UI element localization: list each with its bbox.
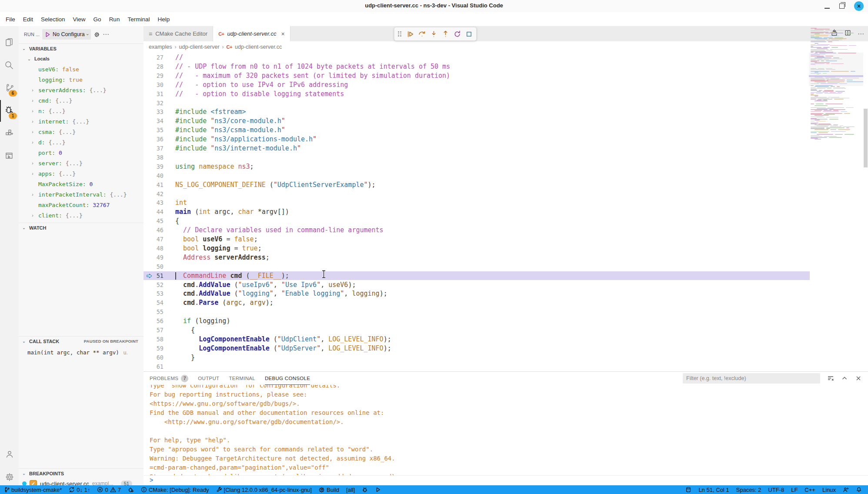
breadcrumb-item[interactable]: udp-client-server <box>179 44 220 50</box>
line-number[interactable]: 54 <box>144 298 164 307</box>
menu-item-help[interactable]: Help <box>154 13 174 25</box>
variable-row[interactable]: ›server: {...} <box>19 158 144 169</box>
code-line[interactable]: 31// - option to disable logging stateme… <box>144 90 810 99</box>
code-line[interactable]: 48 bool logging = true; <box>144 244 810 253</box>
code-line[interactable]: 58 LogComponentEnable ("UdpClient", LOG_… <box>144 335 810 344</box>
line-number[interactable]: 50 <box>144 262 164 271</box>
code-line[interactable]: 41NS_LOG_COMPONENT_DEFINE ("UdpClientSer… <box>144 180 810 190</box>
code-line[interactable]: 33#include <fstream> <box>144 107 810 117</box>
code-line[interactable]: 39using namespace ns3; <box>144 162 810 171</box>
panel-tab-problems[interactable]: PROBLEMS7 <box>150 372 188 385</box>
line-number[interactable]: 53 <box>144 289 164 298</box>
line-number[interactable]: 52 <box>144 280 164 290</box>
activity-item-source-control-icon[interactable]: 6 <box>0 77 19 99</box>
call-stack-section-header[interactable]: ⌄CALL STACKPAUSED ON BREAKPOINT <box>19 336 144 346</box>
activity-item-run-debug-icon[interactable]: 1 <box>0 100 19 122</box>
menu-item-run[interactable]: Run <box>105 13 124 25</box>
code-line[interactable]: 42 <box>144 190 810 199</box>
code-line[interactable]: 52 cmd.AddValue ("useIpv6", "Use Ipv6", … <box>144 280 810 290</box>
debug-settings-gear-icon[interactable] <box>93 31 100 38</box>
line-number[interactable]: 59 <box>144 344 164 353</box>
status-item-c-[interactable]: C++ <box>801 485 819 494</box>
code-line[interactable]: 27// <box>144 53 810 62</box>
status-item-cmake-debug-ready[interactable]: CMake: [Debug]: Ready <box>137 485 213 494</box>
code-editor[interactable]: 27//28// - UDP flow from n0 to n1 of 102… <box>144 52 868 371</box>
status-item[interactable] <box>371 485 384 494</box>
variable-row[interactable]: ›interPacketInterval: {...} <box>19 190 144 200</box>
line-number[interactable]: 56 <box>144 317 164 326</box>
variable-row[interactable]: ›internet: {...} <box>19 117 144 127</box>
restore-icon[interactable] <box>839 3 845 9</box>
stop-icon[interactable] <box>465 30 473 38</box>
line-number[interactable]: 58 <box>144 335 164 344</box>
variable-row[interactable]: port: 0 <box>19 148 144 158</box>
variables-section-header[interactable]: ⌄VARIABLES <box>19 43 144 53</box>
status-item--clang-12-0-0-x86-64-pc-linux-gnu-[interactable]: [Clang 12.0.0 x86_64-pc-linux-gnu] <box>213 485 315 494</box>
code-line[interactable]: 56 if (logging) <box>144 317 810 326</box>
panel-tab-output[interactable]: OUTPUT <box>198 372 219 385</box>
line-number[interactable]: 60 <box>144 353 164 362</box>
breadcrumb-item[interactable]: udp-client-server.cc <box>235 44 282 50</box>
variable-row[interactable]: ›client: {...} <box>19 210 144 221</box>
tab-cmake-cache-editor[interactable]: ≡CMake Cache Editor <box>144 26 213 41</box>
activity-item-account-icon[interactable] <box>0 444 19 465</box>
line-number[interactable]: 49 <box>144 253 164 262</box>
code-line[interactable]: 54 cmd.Parse (argc, argv); <box>144 298 810 307</box>
code-line[interactable]: 40 <box>144 171 810 180</box>
line-number[interactable]: 38 <box>144 153 164 162</box>
step-over-icon[interactable] <box>418 30 426 38</box>
line-number[interactable]: 34 <box>144 117 164 126</box>
code-line[interactable]: 53 cmd.AddValue ("logging", "Enable logg… <box>144 289 810 298</box>
status-item-lf[interactable]: LF <box>788 485 801 494</box>
status-item[interactable] <box>124 485 137 494</box>
line-number[interactable]: 55 <box>144 307 164 317</box>
debug-config-dropdown[interactable]: No Configura › <box>42 29 91 40</box>
variable-row[interactable]: ›d: {...} <box>19 137 144 148</box>
status-item-0-1-[interactable]: 0↓ 1↑ <box>65 485 93 494</box>
locals-scope-row[interactable]: ⌄Locals <box>19 54 144 63</box>
watch-section-header[interactable]: ⌄WATCH <box>19 223 144 232</box>
code-line[interactable]: 61 <box>144 362 810 371</box>
status-item[interactable] <box>682 485 695 494</box>
continue-icon[interactable] <box>407 30 414 38</box>
line-number[interactable]: 42 <box>144 190 164 199</box>
activity-item-search-icon[interactable] <box>0 55 19 77</box>
clear-all-icon[interactable] <box>827 375 834 382</box>
breakpoints-section-header[interactable]: ⌄BREAKPOINTS <box>19 468 144 478</box>
code-line[interactable]: 35#include "ns3/csma-module.h" <box>144 126 810 135</box>
code-line[interactable]: 51 CommandLine cmd (__FILE__); <box>144 271 810 280</box>
code-line[interactable]: 28// - UDP flow from n0 to n1 of 1024 by… <box>144 62 810 71</box>
status-item-build[interactable]: Build <box>315 485 343 494</box>
code-line[interactable]: 49 Address serverAddress; <box>144 253 810 262</box>
console-filter-input[interactable] <box>683 373 820 384</box>
status-item-ln-51-col-1[interactable]: Ln 51, Col 1 <box>695 485 732 494</box>
line-number[interactable]: 47 <box>144 235 164 244</box>
line-number[interactable]: 27 <box>144 53 164 62</box>
code-line[interactable]: 29// - maximum of 320 packets sent (or l… <box>144 71 810 80</box>
code-line[interactable]: 30// - option to use IPv4 or IPv6 addres… <box>144 80 810 90</box>
line-number[interactable]: 33 <box>144 107 164 117</box>
line-number[interactable]: 43 <box>144 198 164 207</box>
variable-row[interactable]: ›csma: {...} <box>19 127 144 137</box>
breadcrumb-item[interactable]: examples <box>149 44 172 50</box>
code-line[interactable]: 47 bool useV6 = false; <box>144 235 810 244</box>
code-line[interactable]: 45{ <box>144 217 810 226</box>
code-line[interactable]: 43int <box>144 198 810 207</box>
status-item-linux[interactable]: Linux <box>819 485 839 494</box>
chevron-up-icon[interactable] <box>841 375 848 382</box>
code-line[interactable]: 38 <box>144 153 810 162</box>
activity-item-settings-gear-icon[interactable] <box>0 466 19 488</box>
code-line[interactable]: 34#include "ns3/core-module.h" <box>144 117 810 126</box>
toolbar-drag-handle[interactable] <box>398 31 401 37</box>
line-number[interactable]: 30 <box>144 80 164 90</box>
status-item-buildsystem-cmake-[interactable]: buildsystem-cmake* <box>0 485 65 494</box>
minimap[interactable] <box>809 26 863 345</box>
menu-item-file[interactable]: File <box>2 13 19 25</box>
variable-row[interactable]: maxPacketCount: 32767 <box>19 200 144 210</box>
activity-item-cmake-icon[interactable] <box>0 145 19 167</box>
line-number[interactable]: 39 <box>144 162 164 171</box>
step-into-icon[interactable] <box>430 30 437 38</box>
line-number[interactable]: 35 <box>144 126 164 135</box>
variable-row[interactable]: logging: true <box>19 75 144 85</box>
line-number[interactable]: 44 <box>144 207 164 217</box>
